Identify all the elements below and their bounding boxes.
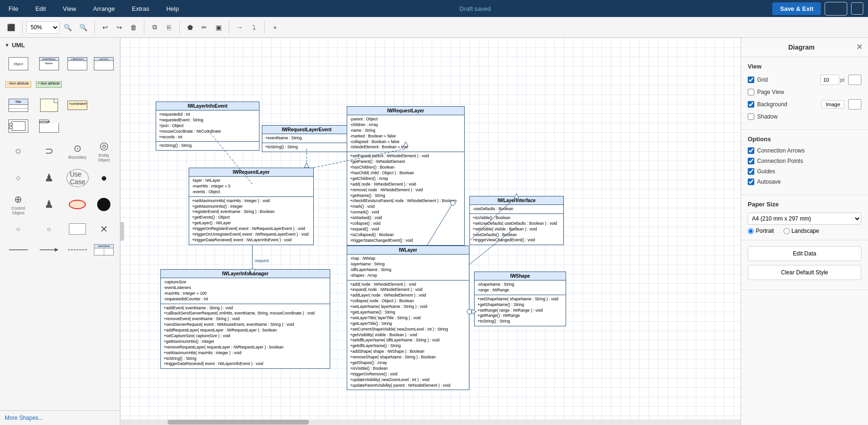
shape-rect[interactable] (65, 220, 90, 238)
menu-extras[interactable]: Extras (128, 3, 153, 14)
save-exit-button[interactable]: Save & Exit (772, 2, 821, 15)
class-IWLayerInterface[interactable]: IWLayerInterface -useDefaults : Boolean … (469, 196, 564, 245)
grid-size-input[interactable] (820, 75, 839, 85)
menu-arrange[interactable]: Arrange (89, 3, 118, 14)
shape-control[interactable]: ⊕ Control Object (4, 191, 33, 218)
panel-close-btn[interactable]: ✕ (856, 43, 862, 51)
more-shapes-link[interactable]: More Shapes... (0, 410, 120, 425)
shape-small-circle[interactable]: ○ (4, 220, 33, 238)
shape-line1-icon (9, 246, 28, 254)
scroll-thumb[interactable] (167, 420, 309, 425)
waypoint-btn[interactable]: ⤵ (247, 21, 260, 34)
menu-file[interactable]: File (5, 3, 22, 14)
menu-edit[interactable]: Edit (32, 3, 50, 14)
class-IWLayerInfoManager[interactable]: IWLayerInfoManager -captureSize-eventLis… (160, 269, 330, 369)
shape-note[interactable] (34, 96, 63, 115)
background-checkbox[interactable] (748, 101, 754, 108)
shape-attr3[interactable] (65, 75, 90, 94)
page-view-checkbox[interactable] (748, 89, 754, 95)
class-methods: +setShapeName( shapeName : String ) : vo… (475, 295, 566, 326)
undo-btn[interactable]: ↩ (99, 21, 112, 34)
shape-class[interactable]: Object (4, 54, 33, 73)
shape-usecase[interactable]: Use Case (65, 167, 90, 189)
class-methods: +setMaximumHits( maxHits : Integer ) : v… (189, 197, 313, 245)
shape-interface[interactable]: «interface» Name (34, 54, 63, 73)
shape-abstract[interactable]: «abstract» (65, 54, 90, 73)
shape-small-circle2[interactable]: ○ (34, 220, 63, 238)
clear-default-style-button[interactable]: Clear Default Style (748, 265, 861, 280)
canvas-divider[interactable] (120, 222, 124, 241)
connection-arrows-checkbox[interactable] (748, 147, 754, 154)
shape-line1[interactable] (4, 240, 33, 259)
sidebar-uml-header[interactable]: ▼ UML (0, 38, 120, 52)
shadow-checkbox[interactable] (748, 113, 754, 120)
shape-blank2[interactable] (65, 117, 90, 136)
shape-entity[interactable]: ◎ Entity Object (92, 137, 116, 165)
orientation-row: Portrait Landscape (748, 228, 861, 234)
class-IWRequestLayer-main[interactable]: IWRequestLayer -layer : IWLayer-maxHits … (189, 168, 314, 245)
shadow-btn[interactable]: ▣ (212, 21, 225, 34)
connection-btn[interactable]: → (233, 21, 246, 34)
menu-view[interactable]: View (59, 3, 80, 14)
shape-cross[interactable]: ✕ (92, 220, 116, 238)
connection-points-checkbox[interactable] (748, 158, 754, 164)
background-color-swatch[interactable] (848, 99, 861, 110)
shape-boundary[interactable]: ⊙ Boundary (65, 137, 90, 165)
background-image-btn[interactable]: Image (821, 100, 844, 109)
shape-semicircle[interactable]: ⊃ (34, 137, 63, 165)
landscape-radio[interactable] (784, 228, 790, 234)
shape-swimlane[interactable]: swimlane (92, 240, 116, 259)
shape-line3[interactable] (65, 240, 90, 259)
class-IWRequestLayer-right[interactable]: IWRequestLayer -parent : Object-children… (347, 106, 465, 246)
exit-button[interactable]: Exit (825, 2, 847, 16)
zoom-in-btn[interactable]: 🔍 (60, 21, 75, 34)
class-IWLayerInfoEvent[interactable]: IWLayerInfoEvent +requestedId : int+requ… (156, 102, 259, 151)
shape-enum[interactable]: «enum» (92, 54, 116, 73)
class-IWLayer[interactable]: IWLayer -map : IWMap-layerName : String-… (347, 246, 469, 390)
shape-filled-circle[interactable]: ● (92, 167, 116, 189)
stroke-btn[interactable]: ✏ (198, 21, 211, 34)
shape-blank3[interactable] (92, 117, 116, 136)
class-title: IWRequestLayer (189, 168, 313, 177)
shape-rect-icon (69, 223, 86, 235)
edit-data-button[interactable]: Edit Data (748, 246, 861, 261)
action-buttons-section: Edit Data Clear Default Style (741, 240, 868, 290)
class-IWRequestLayerEvent[interactable]: IWRequestLayerEvent +eventName : String … (262, 125, 351, 152)
guides-checkbox[interactable] (748, 168, 754, 175)
shape-constraint[interactable]: «constraint» (65, 96, 90, 115)
copy-btn[interactable]: ⧉ (148, 21, 161, 34)
class-IWShape[interactable]: IWShape -shapeName : String-range : IWRa… (474, 272, 566, 326)
shape-attr2[interactable]: + item attribute (34, 75, 63, 94)
canvas-scrollbar[interactable] (120, 419, 741, 425)
shape-actor2[interactable]: ♟ (34, 191, 63, 218)
guides-row: Guides (748, 168, 861, 175)
shape-line2[interactable] (34, 240, 63, 259)
canvas-area[interactable]: IWLayerInfoEvent +requestedId : int+requ… (120, 38, 741, 425)
shape-filled-circle2[interactable] (92, 191, 116, 218)
shape-package[interactable]: package (34, 117, 63, 136)
menu-help[interactable]: Help (162, 3, 183, 14)
grid-color-swatch[interactable] (848, 75, 861, 85)
grid-checkbox[interactable] (748, 76, 754, 83)
shape-attr4[interactable] (92, 75, 116, 94)
shape-circle[interactable]: ○ (4, 137, 33, 165)
insert-btn[interactable]: + (268, 21, 282, 34)
shape-blank[interactable] (92, 96, 116, 115)
redo-btn[interactable]: ↪ (113, 21, 126, 34)
fill-btn[interactable]: ⬟ (184, 21, 197, 34)
shape-actor[interactable]: ♟ (34, 167, 63, 189)
shape-dot[interactable]: ○ (4, 167, 33, 189)
shape-component[interactable] (4, 117, 33, 136)
delete-btn[interactable]: 🗑 (127, 21, 140, 34)
toggle-sidebar-btn[interactable]: ⬛ (4, 21, 18, 34)
expand-button[interactable]: ⤢ (851, 2, 863, 15)
zoom-select[interactable]: 50% 75% 100% (26, 21, 59, 34)
shape-attr1[interactable]: - form attribute (4, 75, 33, 94)
paper-size-select[interactable]: A4 (210 mm x 297 mm) A3 Letter Legal (748, 212, 861, 225)
shape-title[interactable]: Title (4, 96, 33, 115)
shape-oval[interactable] (65, 191, 90, 218)
paste-btn[interactable]: ⎘ (162, 21, 175, 34)
autosave-checkbox[interactable] (748, 178, 754, 185)
zoom-out-btn[interactable]: 🔍 (76, 21, 91, 34)
portrait-radio[interactable] (748, 228, 754, 234)
